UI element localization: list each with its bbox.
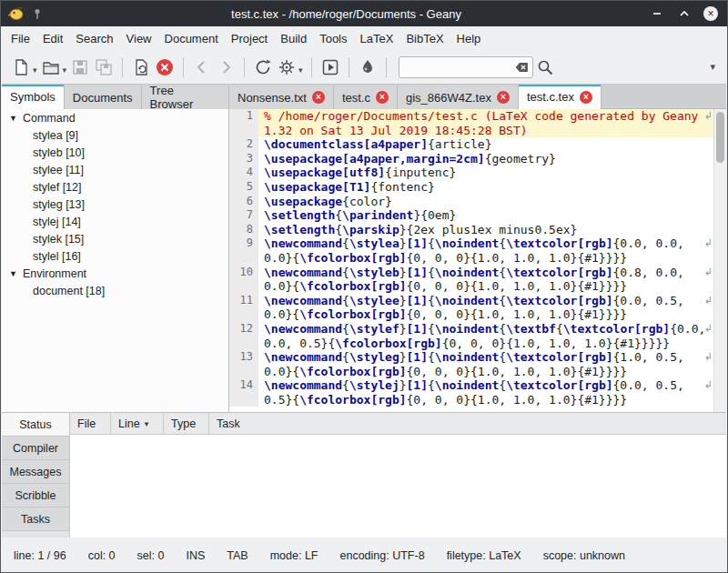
editor-area[interactable]: 1% /home/roger/Documents/test.c (LaTeX c… — [229, 109, 726, 412]
document-tab-nonsense.txt[interactable]: Nonsense.txt× — [229, 85, 334, 109]
open-dropdown-icon[interactable]: ▾ — [63, 65, 67, 75]
column-header-line[interactable]: Line▾ — [111, 413, 164, 434]
code-text[interactable]: \newcommand{\styleb}[1]{\noindent{\textc… — [258, 266, 713, 294]
message-tab-tasks[interactable]: Tasks — [2, 508, 69, 531]
build-dropdown-icon[interactable]: ▾ — [298, 65, 303, 75]
new-document-dropdown-icon[interactable]: ▾ — [33, 65, 37, 75]
compile-button[interactable] — [251, 55, 275, 80]
code-line[interactable]: 10\newcommand{\styleb}[1]{\noindent{\tex… — [229, 266, 713, 294]
code-line[interactable]: 5\usepackage[T1]{fontenc} — [229, 180, 713, 195]
column-header-file[interactable]: File — [70, 413, 111, 434]
column-header-task[interactable]: Task — [209, 413, 726, 434]
code-line[interactable]: 1% /home/roger/Documents/test.c (LaTeX c… — [229, 109, 713, 137]
code-text[interactable]: \newcommand{\styleg}[1]{\noindent{\textc… — [258, 350, 713, 378]
code-line[interactable]: 9\newcommand{\stylea}[1]{\noindent{\text… — [229, 236, 713, 265]
menu-search[interactable]: Search — [76, 32, 113, 45]
tab-close-icon[interactable]: × — [376, 91, 389, 104]
sidebar-tab-documents[interactable]: Documents — [65, 85, 142, 109]
document-tab-gis_866w4z.tex[interactable]: gis_866W4Z.tex× — [398, 85, 519, 109]
code-text[interactable]: \usepackage[utf8]{inputenc} — [258, 166, 713, 180]
symbol-group-command[interactable]: ▼Command — [2, 109, 228, 126]
code-text[interactable]: \newcommand{\stylef}[1]{\noindent{\textb… — [258, 322, 713, 350]
maximize-icon[interactable] — [676, 5, 693, 22]
collapse-arrow-icon[interactable]: ▼ — [9, 114, 17, 123]
column-header-type[interactable]: Type — [164, 413, 209, 434]
symbol-item-styleg[interactable]: styleg [13] — [2, 196, 228, 213]
geany-window: test.c.tex - /home/roger/Documents - Gea… — [0, 0, 728, 573]
symbol-item-stylee[interactable]: stylee [11] — [2, 161, 228, 178]
code-line[interactable]: 2\documentclass[a4paper]{article} — [229, 137, 713, 152]
symbol-item-stylef[interactable]: stylef [12] — [2, 178, 228, 196]
new-document-button[interactable] — [9, 55, 33, 80]
code-text[interactable]: \newcommand{\stylej}[1]{\noindent{\textc… — [258, 378, 713, 407]
minimize-icon[interactable] — [649, 5, 665, 22]
navigate-forward-button[interactable] — [214, 55, 238, 80]
save-button[interactable] — [68, 55, 92, 80]
code-text[interactable]: % /home/roger/Documents/test.c (LaTeX co… — [258, 109, 713, 137]
revert-button[interactable] — [129, 55, 153, 80]
code-text[interactable]: \setlength{\parskip}{2ex plus1ex minus0.… — [258, 223, 713, 237]
status-bar: line: 1 / 96col: 0sel: 0INSTABmode: LFen… — [2, 538, 726, 573]
scrollbar-thumb[interactable] — [716, 112, 724, 163]
close-window-icon[interactable]: × — [703, 6, 718, 21]
menu-bibtex[interactable]: BibTeX — [406, 32, 443, 45]
message-tab-status[interactable]: Status — [2, 413, 69, 437]
symbol-item-stylel[interactable]: stylel [16] — [2, 247, 228, 265]
symbol-item-stylea[interactable]: stylea [9] — [2, 126, 228, 144]
code-line[interactable]: 14\newcommand{\stylej}[1]{\noindent{\tex… — [229, 378, 713, 407]
sidebar-tab-symbols[interactable]: Symbols — [2, 85, 65, 109]
close-file-button[interactable] — [153, 55, 177, 80]
menu-view[interactable]: View — [126, 32, 152, 45]
code-line[interactable]: 12\newcommand{\stylef}[1]{\noindent{\tex… — [229, 322, 713, 350]
code-text[interactable]: \newcommand{\stylee}[1]{\noindent{\textc… — [258, 294, 713, 322]
menu-file[interactable]: File — [11, 32, 30, 45]
tab-close-icon[interactable]: × — [497, 91, 510, 104]
execute-button[interactable] — [318, 55, 342, 80]
open-button[interactable] — [39, 55, 63, 80]
tab-close-icon[interactable]: × — [312, 91, 325, 104]
message-tab-compiler[interactable]: Compiler — [2, 437, 69, 460]
message-tab-messages[interactable]: Messages — [2, 460, 69, 484]
code-text[interactable]: \usepackage[T1]{fontenc} — [258, 180, 713, 195]
symbol-item-styleb[interactable]: styleb [10] — [2, 144, 228, 161]
search-button[interactable] — [533, 55, 557, 80]
navigate-back-button[interactable] — [190, 55, 214, 80]
code-text[interactable]: \newcommand{\stylea}[1]{\noindent{\textc… — [258, 236, 713, 265]
build-button[interactable] — [275, 55, 298, 80]
message-tab-scribble[interactable]: Scribble — [2, 484, 69, 508]
symbol-item-stylej[interactable]: stylej [14] — [2, 213, 228, 230]
code-text[interactable]: \documentclass[a4paper]{article} — [258, 137, 713, 152]
symbol-item-document[interactable]: document [18] — [2, 282, 228, 299]
symbol-item-stylek[interactable]: stylek [15] — [2, 230, 228, 247]
sidebar-tab-tree-browser[interactable]: Tree Browser — [142, 85, 229, 109]
code-line[interactable]: 8\setlength{\parskip}{2ex plus1ex minus0… — [229, 223, 713, 237]
code-view[interactable]: 1% /home/roger/Documents/test.c (LaTeX c… — [229, 109, 713, 412]
clear-search-icon[interactable] — [512, 59, 530, 75]
code-line[interactable]: 3\usepackage[a4paper,margin=2cm]{geometr… — [229, 152, 713, 166]
pin-icon[interactable] — [31, 7, 44, 20]
menu-tools[interactable]: Tools — [319, 32, 347, 45]
color-chooser-button[interactable] — [356, 55, 379, 80]
save-all-button[interactable] — [92, 55, 116, 80]
menu-build[interactable]: Build — [280, 32, 307, 45]
menu-document[interactable]: Document — [165, 32, 218, 45]
menu-project[interactable]: Project — [231, 32, 268, 45]
symbol-group-environment[interactable]: ▼Environment — [2, 265, 228, 282]
menu-edit[interactable]: Edit — [43, 32, 63, 45]
code-line[interactable]: 11\newcommand{\stylee}[1]{\noindent{\tex… — [229, 294, 713, 322]
code-line[interactable]: 4\usepackage[utf8]{inputenc} — [229, 166, 713, 180]
code-line[interactable]: 6\usepackage{color} — [229, 195, 713, 209]
editor-scrollbar[interactable] — [713, 109, 726, 412]
code-text[interactable]: \usepackage{color} — [258, 195, 713, 209]
code-line[interactable]: 13\newcommand{\styleg}[1]{\noindent{\tex… — [229, 350, 713, 378]
code-text[interactable]: \setlength{\parindent}{0em} — [258, 208, 713, 223]
toolbar-overflow-icon[interactable]: ▾ — [710, 61, 715, 73]
collapse-arrow-icon[interactable]: ▼ — [9, 269, 17, 278]
menu-latex[interactable]: LaTeX — [360, 32, 394, 45]
document-tab-test.c[interactable]: test.c× — [334, 85, 398, 109]
document-tab-test.c.tex[interactable]: test.c.tex× — [519, 85, 602, 109]
code-text[interactable]: \usepackage[a4paper,margin=2cm]{geometry… — [258, 152, 713, 166]
code-line[interactable]: 7\setlength{\parindent}{0em} — [229, 208, 713, 223]
tab-close-icon[interactable]: × — [580, 91, 592, 104]
menu-help[interactable]: Help — [457, 32, 481, 45]
